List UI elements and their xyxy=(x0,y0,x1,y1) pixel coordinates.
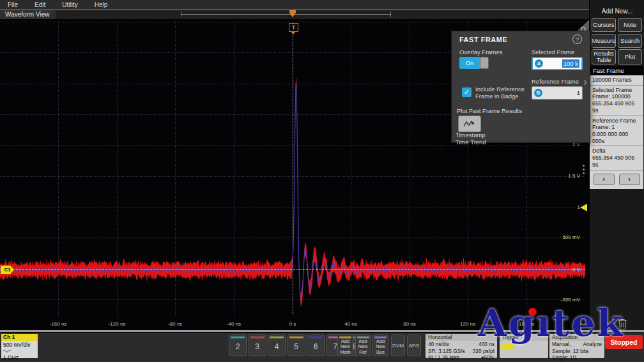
watermark-red-dot xyxy=(528,308,537,316)
trigger-flag[interactable]: T xyxy=(289,23,298,32)
overview-bar[interactable] xyxy=(181,14,391,15)
knob-a-badge: A xyxy=(535,59,543,68)
selected-frame-number: Frame: 100000 xyxy=(592,93,641,100)
oscilloscope-screen: File Edit Utility Help Waveform View C1 … xyxy=(0,0,644,362)
selected-frame-section-label: Selected Frame xyxy=(592,87,641,94)
overview-right-cap xyxy=(390,11,391,17)
channel1-badge-title: Ch 1 xyxy=(1,334,38,341)
help-icon[interactable]: ? xyxy=(572,34,582,44)
y-axis-label: 500 mV xyxy=(551,234,580,240)
trigger-level-arrow-icon[interactable] xyxy=(580,204,587,211)
menu-help[interactable]: Help xyxy=(95,1,108,8)
delta-time: 655.354 450 905 9s xyxy=(592,155,641,168)
dialog-title: FAST FRAME xyxy=(459,36,507,43)
plot-button-caption: Timestamp Time Trend xyxy=(456,132,486,146)
fast-frame-dialog: FAST FRAME ? Overlay Frames On Selected … xyxy=(451,31,590,143)
search-button[interactable]: Search xyxy=(618,34,642,48)
measure-button[interactable]: Measure xyxy=(592,34,616,48)
channel-3-button[interactable]: 3 xyxy=(249,335,266,356)
dvm-button[interactable]: DVM xyxy=(391,335,405,356)
menu-bar: File Edit Utility Help xyxy=(0,0,589,10)
selected-frame-label: Selected Frame xyxy=(532,49,574,56)
trigger-source-chip xyxy=(502,344,514,350)
channel-number: 4 xyxy=(268,342,285,351)
reference-frame-time: 0.000 000 000 000s xyxy=(592,131,641,144)
add-new-button-label: Add New Ref xyxy=(356,339,371,355)
results-table-button[interactable]: Results Table xyxy=(592,49,616,64)
acquisition-sample-bits: Sample: 12 bits xyxy=(552,348,588,355)
overlay-frames-toggle[interactable]: On xyxy=(459,57,489,69)
add-new-button[interactable]: Add New Math xyxy=(337,335,353,356)
reference-frame-number: Frame: 1 xyxy=(592,124,641,131)
channel-color-stripe xyxy=(289,336,303,338)
menu-file[interactable]: File xyxy=(8,1,18,8)
channel-number: 2 xyxy=(229,342,246,351)
agitek-watermark: Agıtek xyxy=(478,301,624,345)
channel1-badge[interactable]: Ch 1 500 mV/div 1 GHz xyxy=(1,334,38,358)
timestamp-trend-button[interactable] xyxy=(458,116,481,132)
horizontal-scale: 40 ns/div xyxy=(428,341,449,348)
plot-results-label: Plot Fast Frame Results xyxy=(457,108,522,115)
channel-6-button[interactable]: 6 xyxy=(307,335,325,356)
selected-frame-input[interactable]: A 100 k xyxy=(532,57,583,70)
selected-frame-time: 655.354 450 905 9s xyxy=(592,100,641,114)
scroll-dot-icon xyxy=(583,165,585,167)
reference-frame-value[interactable]: 1 xyxy=(542,89,582,96)
toggle-on-label: On xyxy=(459,57,480,69)
afg-button[interactable]: AFG xyxy=(407,335,421,356)
channel-color-stripe xyxy=(231,336,245,338)
note-button[interactable]: Note xyxy=(618,18,642,32)
coupling-icon xyxy=(3,349,11,353)
menu-utility[interactable]: Utility xyxy=(62,1,77,8)
selected-frame-value[interactable]: 100 k xyxy=(562,59,579,68)
overview-trigger-arrow-icon xyxy=(289,13,296,17)
sample-rate: SR: 3.125 GS/s xyxy=(428,348,465,355)
reference-frame-input[interactable]: B 1 xyxy=(532,86,583,100)
channel-color-stripe xyxy=(250,336,264,338)
previous-frame-button[interactable]: ‹ xyxy=(594,174,615,185)
fast-frame-results-panel[interactable]: Fast Frame 100000 Frames Selected Frame … xyxy=(590,66,643,189)
channel-color-stripe xyxy=(270,336,284,338)
add-new-button-label: Add New Math xyxy=(338,339,353,355)
add-new-button[interactable]: Add New Bus xyxy=(372,335,388,356)
knob-b-badge: B xyxy=(534,89,542,97)
frames-count: 100000 Frames xyxy=(590,75,643,86)
right-sidebar: Add New... Cursors Note Measure Search R… xyxy=(589,0,644,333)
fast-frame-panel-title: Fast Frame xyxy=(590,66,643,75)
reference-frame-section-label: Reference Frame xyxy=(592,117,641,124)
y-axis-label: 1.5 V xyxy=(551,173,580,179)
add-new-button-label: Add New Bus xyxy=(373,339,388,355)
overview-left-cap xyxy=(181,11,181,17)
channel-5-button[interactable]: 5 xyxy=(288,335,305,356)
waveform-trend-icon xyxy=(463,119,477,128)
channel-4-button[interactable]: 4 xyxy=(268,335,286,356)
add-new-label: Add New... xyxy=(590,8,644,15)
reference-frame-label: Reference Frame xyxy=(532,79,579,86)
channel1-bandwidth: 1 GHz xyxy=(3,354,36,361)
channel-number: 5 xyxy=(288,342,305,351)
add-new-button[interactable]: Add New Ref xyxy=(355,335,371,356)
trigger-position-percent: ▾50% xyxy=(481,354,494,361)
record-length: RL: 1.25 kpts xyxy=(428,354,459,361)
zero-volt-line xyxy=(0,269,585,270)
channel-number: 6 xyxy=(307,342,324,351)
menu-edit[interactable]: Edit xyxy=(34,1,45,8)
channel-number: 3 xyxy=(249,342,266,351)
channel-color-stripe xyxy=(309,336,323,338)
next-frame-button[interactable]: › xyxy=(619,174,640,185)
y-axis-label: 1 xyxy=(551,204,580,210)
y-axis-label: 0 V xyxy=(551,267,580,273)
scroll-dot-icon xyxy=(583,172,585,174)
plot-button[interactable]: Plot xyxy=(618,49,642,64)
overlay-frames-label: Overlay Frames xyxy=(459,49,503,56)
channel-2-button[interactable]: 2 xyxy=(229,335,247,356)
trigger-flag-arrow-icon xyxy=(291,31,296,34)
include-reference-checkbox[interactable]: ✓ xyxy=(462,87,471,97)
include-reference-label: Include Reference Frame in Badge xyxy=(475,86,525,100)
channel1-scale: 500 mV/div xyxy=(3,342,36,348)
sample-interval: 320 ps/pt xyxy=(473,348,494,355)
toggle-knob xyxy=(480,57,489,69)
dialog-expand-chevron[interactable]: › xyxy=(583,75,587,89)
cursors-button[interactable]: Cursors xyxy=(592,18,616,32)
delta-label: Delta xyxy=(592,147,641,155)
